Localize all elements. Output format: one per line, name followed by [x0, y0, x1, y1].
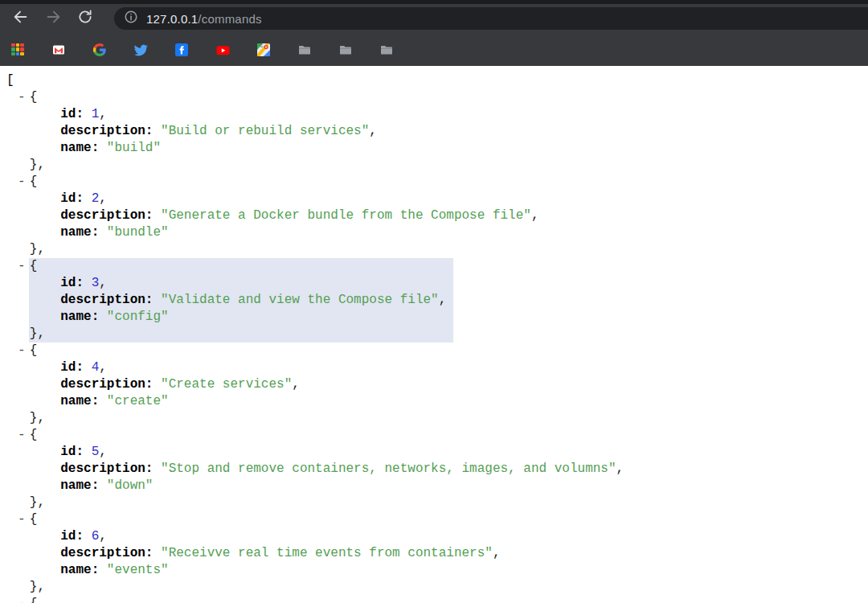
url-bar[interactable]: 127.0.0.1/commands: [114, 7, 868, 30]
bookmark-item[interactable]: [134, 43, 153, 56]
json-line: id: 1,: [6, 106, 868, 123]
json-line: id: 3,: [6, 275, 868, 292]
json-entry: - { id: 2, description: "Generate a Dock…: [6, 174, 868, 258]
bookmark-item[interactable]: [11, 43, 30, 56]
collapse-toggle-icon[interactable]: -: [18, 427, 26, 444]
collapse-toggle-icon[interactable]: -: [18, 174, 26, 191]
json-open-bracket: [: [6, 72, 868, 89]
collapse-toggle-icon[interactable]: -: [18, 511, 26, 528]
json-viewer: [- { id: 1, description: "Build or rebui…: [0, 66, 868, 603]
json-entry: - { id: 3, description: "Validate and vi…: [6, 258, 868, 343]
json-line: name: "build": [6, 140, 868, 157]
collapse-toggle-icon[interactable]: -: [18, 258, 26, 275]
json-line: name: "bundle": [6, 224, 868, 241]
json-line: - {: [6, 343, 868, 359]
bookmark-item[interactable]: [298, 43, 317, 56]
json-line: id: 4,: [6, 359, 868, 376]
bookmark-item[interactable]: [339, 43, 358, 56]
bookmark-item[interactable]: G: [257, 43, 276, 56]
json-line: - {: [6, 258, 868, 275]
json-line: description: "Stop and remove containers…: [6, 461, 868, 478]
facebook-icon: [175, 43, 188, 56]
folder-icon: [339, 43, 352, 56]
google-icon: [93, 43, 106, 56]
json-entry: - { id: 4, description: "Create services…: [6, 343, 868, 427]
json-line: description: "Create services",: [6, 376, 868, 393]
json-line: description: "Receivve real time events …: [6, 545, 868, 562]
json-line: },: [6, 579, 868, 596]
svg-text:G: G: [260, 44, 264, 48]
json-line: - {: [6, 596, 868, 603]
json-line: - {: [6, 174, 868, 191]
json-line: },: [6, 494, 868, 511]
json-line: },: [6, 410, 868, 427]
json-line: - {: [6, 427, 868, 444]
json-line: },: [6, 326, 868, 343]
folder-icon: [298, 43, 311, 56]
json-line: id: 5,: [6, 444, 868, 461]
maps-icon: G: [257, 43, 270, 56]
bookmark-item[interactable]: [175, 43, 194, 56]
back-button[interactable]: [8, 6, 34, 31]
json-entry: - { id: 5, description: "Stop and remove…: [6, 427, 868, 511]
bookmark-item[interactable]: [52, 43, 71, 56]
bookmarks-bar: G: [0, 33, 868, 66]
collapse-toggle-icon[interactable]: -: [18, 89, 26, 106]
bookmark-item[interactable]: [93, 43, 112, 56]
youtube-icon: [216, 43, 229, 56]
twitter-icon: [134, 43, 147, 56]
url-text: 127.0.0.1/commands: [146, 12, 262, 26]
bookmark-item[interactable]: [380, 43, 399, 56]
json-line: name: "down": [6, 478, 868, 494]
json-line: id: 6,: [6, 528, 868, 545]
forward-arrow-icon: [44, 8, 62, 29]
page-info-icon[interactable]: [124, 10, 138, 27]
reload-button[interactable]: [72, 6, 98, 31]
json-line: description: "Build or rebuild services"…: [6, 123, 868, 140]
json-line: name: "events": [6, 562, 868, 579]
json-line: },: [6, 157, 868, 174]
json-line: name: "create": [6, 393, 868, 410]
json-line: },: [6, 241, 868, 258]
reload-icon: [77, 9, 93, 28]
json-line: name: "config": [6, 309, 868, 326]
collapse-toggle-icon[interactable]: -: [18, 596, 26, 603]
url-path: /commands: [198, 12, 261, 26]
browser-toolbar: 127.0.0.1/commands: [0, 4, 868, 33]
url-host: 127.0.0.1: [146, 12, 198, 26]
json-line: description: "Generate a Docker bundle f…: [6, 207, 868, 224]
json-line: id: 2,: [6, 191, 868, 207]
gmail-icon: [52, 43, 65, 56]
json-entry: - { id: 1, description: "Build or rebuil…: [6, 89, 868, 174]
apps-grid-icon: [11, 43, 24, 56]
json-line: - {: [6, 511, 868, 528]
browser-chrome: 127.0.0.1/commands G: [0, 0, 868, 66]
collapse-toggle-icon[interactable]: -: [18, 343, 26, 359]
bookmark-item[interactable]: [216, 43, 235, 56]
back-arrow-icon: [12, 8, 30, 29]
forward-button[interactable]: [40, 6, 66, 31]
json-entry-partial: - {: [6, 596, 868, 603]
json-line: description: "Validate and view the Comp…: [6, 292, 868, 309]
json-entry: - { id: 6, description: "Receivve real t…: [6, 511, 868, 596]
folder-icon: [380, 43, 393, 56]
json-line: - {: [6, 89, 868, 106]
